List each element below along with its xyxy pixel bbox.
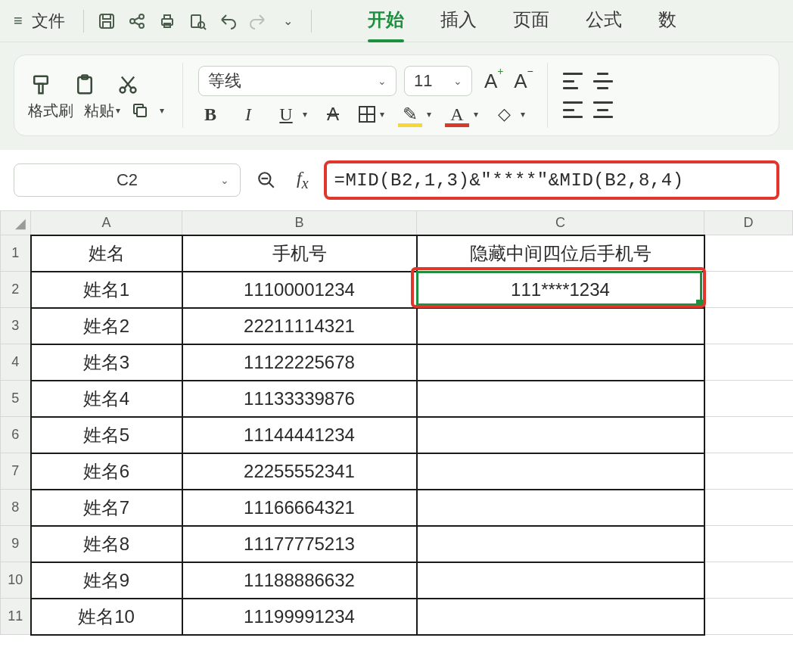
align-center-icon[interactable] bbox=[593, 101, 613, 118]
col-header-B[interactable]: B bbox=[182, 211, 417, 235]
cell-selected[interactable]: 111****1234 bbox=[417, 272, 704, 308]
row-header[interactable]: 4 bbox=[1, 344, 31, 381]
font-name-select[interactable]: 等线 ⌄ bbox=[198, 66, 396, 96]
cell[interactable]: 22211114321 bbox=[182, 308, 417, 344]
tab-insert[interactable]: 插入 bbox=[440, 8, 477, 35]
bold-button[interactable]: B bbox=[198, 104, 222, 125]
formula-bar[interactable]: =MID(B2,1,3)&"****"&MID(B2,8,4) bbox=[324, 160, 779, 200]
row-header[interactable]: 2 bbox=[1, 272, 31, 308]
align-left-icon[interactable] bbox=[563, 101, 583, 118]
cell[interactable]: 11144441234 bbox=[182, 417, 417, 453]
cell[interactable] bbox=[704, 235, 793, 272]
dropdown-chevron-icon[interactable]: ⌄ bbox=[276, 9, 300, 33]
tab-formula[interactable]: 公式 bbox=[586, 8, 622, 35]
cell[interactable] bbox=[704, 417, 793, 453]
cancel-icon[interactable] bbox=[251, 165, 281, 195]
cell[interactable] bbox=[417, 490, 704, 526]
cell[interactable] bbox=[704, 562, 793, 599]
cell[interactable] bbox=[417, 599, 704, 635]
row-header[interactable]: 11 bbox=[1, 599, 31, 635]
increase-font-icon[interactable]: A+ bbox=[480, 67, 502, 96]
cell[interactable]: 姓名5 bbox=[31, 417, 182, 453]
cell[interactable] bbox=[417, 308, 704, 344]
border-button[interactable] bbox=[359, 106, 375, 123]
align-top-icon[interactable] bbox=[563, 73, 583, 89]
cell[interactable]: 姓名4 bbox=[31, 381, 182, 417]
row-header[interactable]: 8 bbox=[1, 490, 31, 526]
tab-home[interactable]: 开始 bbox=[368, 8, 404, 35]
italic-button[interactable]: I bbox=[236, 104, 260, 125]
cell[interactable]: 11199991234 bbox=[182, 599, 417, 635]
cell[interactable] bbox=[704, 344, 793, 381]
cell[interactable] bbox=[417, 526, 704, 562]
cut-icon[interactable] bbox=[117, 74, 138, 95]
cell[interactable]: 姓名9 bbox=[31, 562, 182, 599]
redo-icon[interactable] bbox=[246, 9, 270, 33]
row-header[interactable]: 10 bbox=[1, 562, 31, 599]
font-size-select[interactable]: 11 ⌄ bbox=[404, 66, 472, 96]
cell[interactable]: 隐藏中间四位后手机号 bbox=[417, 235, 704, 272]
decrease-font-icon[interactable]: A− bbox=[509, 67, 531, 96]
underline-button[interactable]: U bbox=[274, 104, 298, 125]
format-painter-label[interactable]: 格式刷 bbox=[28, 101, 73, 121]
print-icon[interactable] bbox=[155, 9, 179, 33]
cell[interactable]: 22255552341 bbox=[182, 453, 417, 490]
align-middle-icon[interactable] bbox=[593, 73, 613, 89]
fill-color-button[interactable]: ✎ bbox=[398, 104, 422, 125]
share-icon[interactable] bbox=[125, 9, 149, 33]
row-header[interactable]: 9 bbox=[1, 526, 31, 562]
tab-data[interactable]: 数 bbox=[658, 8, 676, 35]
select-all-corner[interactable]: ◢ bbox=[1, 211, 31, 235]
paste-label[interactable]: 粘贴▾ bbox=[84, 101, 120, 121]
cell[interactable] bbox=[417, 381, 704, 417]
cell[interactable] bbox=[704, 308, 793, 344]
font-color-button[interactable]: A bbox=[445, 104, 469, 125]
save-icon[interactable] bbox=[95, 9, 119, 33]
format-painter-icon[interactable] bbox=[30, 73, 52, 96]
clear-format-button[interactable]: ◇ bbox=[492, 104, 516, 124]
cell[interactable]: 11177775213 bbox=[182, 526, 417, 562]
col-header-C[interactable]: C bbox=[417, 211, 704, 235]
cell[interactable] bbox=[417, 562, 704, 599]
col-header-A[interactable]: A bbox=[31, 211, 182, 235]
undo-icon[interactable] bbox=[216, 9, 240, 33]
strikethrough-button[interactable]: A bbox=[321, 104, 345, 125]
cell[interactable]: 11100001234 bbox=[182, 272, 417, 308]
cell[interactable] bbox=[704, 490, 793, 526]
menu-icon[interactable]: ≡ bbox=[14, 12, 23, 30]
name-box[interactable]: C2 ⌄ bbox=[14, 163, 241, 197]
row-header[interactable]: 5 bbox=[1, 381, 31, 417]
cell[interactable]: 11188886632 bbox=[182, 562, 417, 599]
row-header[interactable]: 6 bbox=[1, 417, 31, 453]
cell[interactable]: 姓名1 bbox=[31, 272, 182, 308]
tab-page[interactable]: 页面 bbox=[513, 8, 549, 35]
cell[interactable]: 姓名2 bbox=[31, 308, 182, 344]
cell[interactable] bbox=[704, 453, 793, 490]
cell[interactable]: 姓名7 bbox=[31, 490, 182, 526]
cell[interactable] bbox=[417, 417, 704, 453]
cell[interactable] bbox=[704, 381, 793, 417]
cell[interactable] bbox=[704, 526, 793, 562]
cell[interactable]: 姓名3 bbox=[31, 344, 182, 381]
file-menu[interactable]: 文件 bbox=[32, 10, 65, 33]
copy-icon[interactable] bbox=[131, 101, 149, 120]
cell[interactable]: 姓名8 bbox=[31, 526, 182, 562]
col-header-D[interactable]: D bbox=[704, 211, 793, 235]
cell[interactable] bbox=[417, 453, 704, 490]
cell[interactable]: 11122225678 bbox=[182, 344, 417, 381]
cell[interactable]: 11133339876 bbox=[182, 381, 417, 417]
paste-icon[interactable] bbox=[73, 73, 96, 96]
row-header[interactable]: 7 bbox=[1, 453, 31, 490]
cell[interactable] bbox=[704, 599, 793, 635]
cell[interactable]: 姓名10 bbox=[31, 599, 182, 635]
cell[interactable]: 手机号 bbox=[182, 235, 417, 272]
cell[interactable]: 姓名6 bbox=[31, 453, 182, 490]
cell[interactable]: 姓名 bbox=[31, 235, 182, 272]
cell[interactable]: 11166664321 bbox=[182, 490, 417, 526]
cell[interactable] bbox=[417, 344, 704, 381]
print-preview-icon[interactable] bbox=[185, 9, 210, 33]
cell[interactable] bbox=[704, 272, 793, 308]
fx-label[interactable]: fx bbox=[297, 168, 309, 192]
row-header[interactable]: 3 bbox=[1, 308, 31, 344]
row-header[interactable]: 1 bbox=[1, 235, 31, 272]
